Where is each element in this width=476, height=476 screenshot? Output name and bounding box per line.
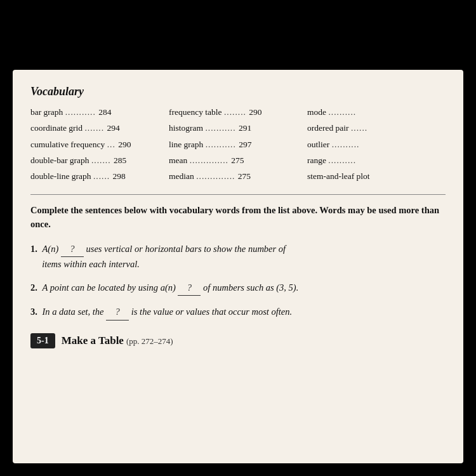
vocab-col-1: bar graph ........... 284 coordinate gri…	[30, 106, 169, 183]
answer-blank-2[interactable]: ?	[178, 281, 201, 296]
instructions-text: Complete the sentences below with vocabu…	[30, 204, 446, 232]
list-item: outlier ..........	[307, 138, 446, 151]
section-title: Vocabulary	[30, 85, 446, 98]
divider	[30, 194, 446, 195]
list-item: double-line graph ...... 298	[30, 170, 169, 183]
question-3: 3. In a data set, the ? is the value or …	[30, 305, 446, 320]
list-item: double-bar graph ....... 285	[30, 154, 169, 167]
vocab-table: bar graph ........... 284 coordinate gri…	[30, 106, 446, 183]
vocab-col-3: mode .......... ordered pair ...... outl…	[307, 106, 446, 183]
list-item: coordinate grid ....... 294	[30, 122, 169, 135]
list-item: cumulative frequency ... 290	[30, 138, 169, 151]
list-item: frequency table ........ 290	[169, 106, 307, 119]
page-content: Vocabulary bar graph ........... 284 coo…	[13, 70, 463, 463]
answer-blank-3[interactable]: ?	[106, 305, 129, 320]
section-footer-title: Make a Table (pp. 272–274)	[62, 334, 173, 347]
list-item: ordered pair ......	[307, 122, 446, 135]
list-item: bar graph ........... 284	[30, 106, 169, 119]
vocab-col-2: frequency table ........ 290 histogram .…	[169, 106, 307, 183]
question-1: 1. A(n) ? uses vertical or horizontal ba…	[30, 242, 446, 272]
section-badge: 5-1	[30, 333, 55, 348]
list-item: mode ..........	[307, 106, 446, 119]
list-item: line graph ........... 297	[169, 138, 307, 151]
list-item: histogram ........... 291	[169, 122, 307, 135]
question-2: 2. A point can be located by using a(n) …	[30, 281, 446, 296]
list-item: mean .............. 275	[169, 154, 307, 167]
list-item: range ..........	[307, 154, 446, 167]
section-footer: 5-1 Make a Table (pp. 272–274)	[30, 333, 446, 348]
answer-blank-1[interactable]: ?	[61, 242, 84, 257]
list-item: median .............. 275	[169, 170, 307, 183]
list-item: stem-and-leaf plot	[307, 170, 446, 183]
